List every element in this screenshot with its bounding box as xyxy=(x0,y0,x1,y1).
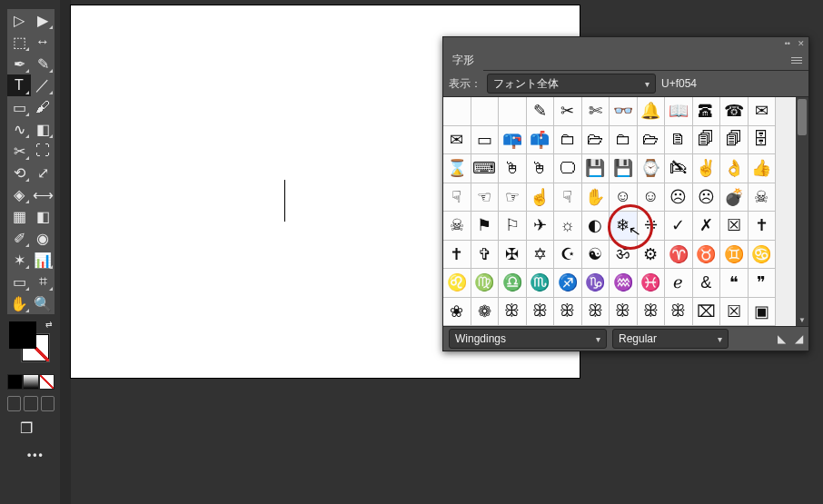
scroll-down-icon[interactable]: ▼ xyxy=(796,315,808,326)
glyph-cell[interactable]: & xyxy=(693,269,721,298)
draw-behind-icon[interactable] xyxy=(24,396,37,411)
glyph-cell[interactable]: 📫 xyxy=(527,126,555,155)
gap-tool[interactable]: ↔ xyxy=(31,31,55,53)
gradient-swatch[interactable] xyxy=(23,374,38,390)
line-tool[interactable]: ／ xyxy=(31,74,55,96)
zoom-out-glyphs-icon[interactable]: ◣ xyxy=(778,332,786,345)
glyph-cell[interactable]: 🗐 xyxy=(693,126,721,155)
glyph-cell[interactable]: ♌ xyxy=(443,269,471,298)
glyph-scrollbar[interactable]: ▲ ▼ xyxy=(796,97,808,326)
scroll-thumb[interactable] xyxy=(798,99,807,135)
glyph-cell[interactable] xyxy=(443,97,471,126)
swap-colors-icon[interactable]: ⇄ xyxy=(45,320,53,329)
glyph-cell[interactable]: 👍 xyxy=(749,154,777,183)
glyph-cell[interactable]: ☹ xyxy=(693,183,721,212)
blend-tool[interactable]: ◉ xyxy=(31,227,55,249)
graph-tool[interactable]: 📊 xyxy=(31,249,55,271)
glyph-cell[interactable]: ℯ xyxy=(665,269,693,298)
glyph-cell[interactable]: ⚙ xyxy=(638,241,666,270)
glyph-cell[interactable]: ☎ xyxy=(720,97,749,126)
glyph-cell[interactable]: ⚐ xyxy=(499,212,527,241)
glyph-cell[interactable]: 💾 xyxy=(610,154,638,183)
glyph-cell[interactable]: ✋ xyxy=(582,183,610,212)
glyph-cell[interactable]: ☯ xyxy=(582,241,610,270)
glyph-cell[interactable]: ♓ xyxy=(638,269,666,298)
glyph-cell[interactable]: ❁ xyxy=(471,298,500,327)
glyph-cell[interactable]: 🗀 xyxy=(610,126,638,155)
curve-tool[interactable]: ∿ xyxy=(7,118,31,140)
zoom-tool[interactable]: 🔍 xyxy=(31,292,55,314)
glyph-cell[interactable]: ✡ xyxy=(527,241,555,270)
glyph-cell[interactable]: ♈ xyxy=(665,241,693,270)
slice-tool[interactable]: ⌗ xyxy=(31,271,55,292)
glyph-cell[interactable]: ✈ xyxy=(527,212,555,241)
glyph-cell[interactable]: ꕥ xyxy=(527,298,555,327)
glyph-cell[interactable]: ❄ xyxy=(610,212,638,241)
font-family-select[interactable]: Wingdings ▾ xyxy=(449,329,607,349)
distort-tool[interactable]: ◈ xyxy=(7,183,31,205)
glyph-cell[interactable]: ⌧ xyxy=(693,298,721,327)
glyph-cell[interactable]: ⚑ xyxy=(471,212,500,241)
glyph-cell[interactable]: ✝ xyxy=(749,212,777,241)
glyph-cell[interactable]: ꕥ xyxy=(499,298,527,327)
glyph-cell[interactable]: ✗ xyxy=(693,212,721,241)
glyph-cell[interactable]: ⌛ xyxy=(443,154,471,183)
glyph-cell[interactable]: ☠ xyxy=(749,183,777,212)
draw-normal-icon[interactable] xyxy=(7,396,21,411)
glyph-cell[interactable]: ☝ xyxy=(527,183,555,212)
glyph-cell[interactable]: 👌 xyxy=(720,154,749,183)
glyph-cell[interactable]: 🗁 xyxy=(638,126,666,155)
glyph-cell[interactable]: ⌚ xyxy=(638,154,666,183)
crop-tool[interactable]: ⛶ xyxy=(31,140,55,162)
glyph-cell[interactable]: ॐ xyxy=(610,241,638,270)
glyph-cell[interactable]: ♒ xyxy=(610,269,638,298)
glyph-cell[interactable]: ✝ xyxy=(443,241,471,270)
pen-tool[interactable]: ✒ xyxy=(7,53,31,74)
screen-mode-button[interactable]: ❐ xyxy=(20,420,33,437)
transform-tool[interactable]: ⟲ xyxy=(7,162,31,183)
panel-collapse-icon[interactable]: •• xyxy=(785,39,790,48)
glyph-cell[interactable] xyxy=(499,97,527,126)
glyph-cell[interactable]: 🖵 xyxy=(554,154,582,183)
rectangle-frame-tool[interactable]: ▭ xyxy=(7,96,31,118)
glyph-cell[interactable]: ▣ xyxy=(749,298,777,327)
glyph-cell[interactable]: 🗎 xyxy=(665,126,693,155)
glyph-cell[interactable]: 🖎 xyxy=(665,154,693,183)
glyph-filter-select[interactable]: フォント全体 ▾ xyxy=(487,74,656,94)
glyph-cell[interactable]: ◐ xyxy=(582,212,610,241)
glyph-cell[interactable]: ☜ xyxy=(471,183,500,212)
gradient-tool[interactable]: ◧ xyxy=(31,205,55,227)
glyph-cell[interactable]: ♊ xyxy=(720,241,749,270)
glyph-cell[interactable]: ❞ xyxy=(749,269,777,298)
glyph-cell[interactable]: ꕥ xyxy=(582,298,610,327)
font-style-select[interactable]: Regular ▾ xyxy=(612,329,729,349)
selection-tool[interactable]: ▷ xyxy=(7,9,31,31)
glyph-cell[interactable]: ✎ xyxy=(527,97,555,126)
glyph-cell[interactable]: ☒ xyxy=(720,212,749,241)
glyph-cell[interactable]: ♉ xyxy=(693,241,721,270)
glyph-cell[interactable]: ❝ xyxy=(720,269,749,298)
glyph-cell[interactable]: 💣 xyxy=(720,183,749,212)
glyph-cell[interactable]: ♋ xyxy=(749,241,777,270)
symbol-tool[interactable]: ✶ xyxy=(7,249,31,271)
glyph-cell[interactable]: ✄ xyxy=(582,97,610,126)
glyph-cell[interactable]: ♏ xyxy=(527,269,555,298)
glyph-cell[interactable]: ✠ xyxy=(499,241,527,270)
glyph-cell[interactable]: 🗀 xyxy=(554,126,582,155)
glyph-cell[interactable]: ꕥ xyxy=(554,298,582,327)
glyph-cell[interactable]: ꕥ xyxy=(638,298,666,327)
glyph-cell[interactable]: ☼ xyxy=(554,212,582,241)
panel-menu-icon[interactable] xyxy=(788,54,805,66)
foreground-color[interactable] xyxy=(9,321,36,349)
scissors-tool[interactable]: ✂ xyxy=(7,140,31,162)
glyph-cell[interactable]: ☺ xyxy=(610,183,638,212)
glyph-cell[interactable]: 📖 xyxy=(665,97,693,126)
eyedropper-tool[interactable]: ✐ xyxy=(7,227,31,249)
glyph-cell[interactable]: 🕿 xyxy=(693,97,721,126)
glyph-cell[interactable]: ✉ xyxy=(749,97,777,126)
glyph-cell[interactable]: 🖰 xyxy=(499,154,527,183)
glyph-cell[interactable]: ♐ xyxy=(554,269,582,298)
glyph-cell[interactable]: ✓ xyxy=(665,212,693,241)
glyph-cell[interactable]: ❀ xyxy=(443,298,471,327)
draw-mode-icons[interactable] xyxy=(7,396,55,411)
